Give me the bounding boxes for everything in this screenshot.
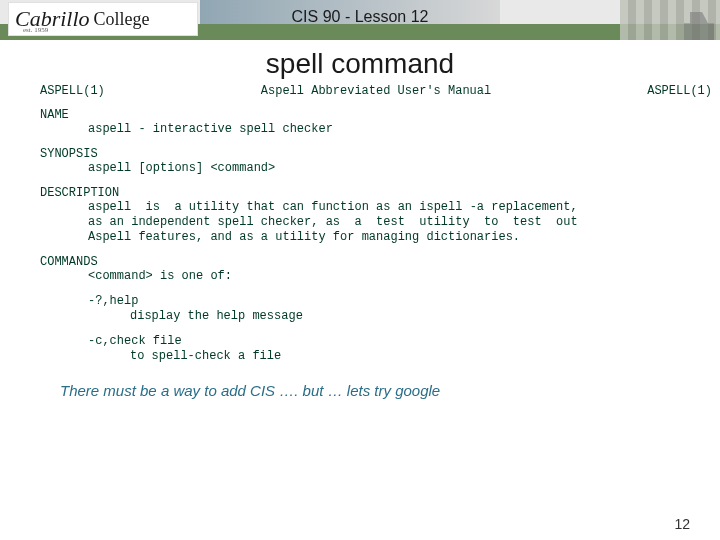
man-hdr-center: Aspell Abbreviated User's Manual — [261, 84, 491, 98]
manpage-header: ASPELL(1) Aspell Abbreviated User's Manu… — [40, 84, 712, 98]
commands-intro: <command> is one of: — [88, 269, 690, 284]
slide-title: spell command — [0, 48, 720, 80]
cmd-help-key: -?,help — [88, 294, 690, 309]
name-body: aspell - interactive spell checker — [88, 122, 690, 137]
instructor-note: There must be a way to add CIS …. but … … — [60, 382, 720, 399]
course-title: CIS 90 - Lesson 12 — [210, 8, 510, 26]
logo-plain-text: College — [94, 9, 150, 30]
cmd-help-val: display the help message — [130, 309, 690, 324]
banner: Cabrillo College est. 1959 CIS 90 - Less… — [0, 0, 720, 40]
name-heading: NAME — [40, 108, 720, 122]
logo-est-text: est. 1959 — [23, 26, 48, 34]
description-heading: DESCRIPTION — [40, 186, 720, 200]
commands-heading: COMMANDS — [40, 255, 720, 269]
cmd-check-key: -c,check file — [88, 334, 690, 349]
man-hdr-right: ASPELL(1) — [647, 84, 712, 98]
cmd-check-val: to spell-check a file — [130, 349, 690, 364]
description-line-3: Aspell features, and as a utility for ma… — [88, 230, 690, 245]
page-number: 12 — [674, 516, 690, 532]
description-line-2: as an independent spell checker, as a te… — [88, 215, 690, 230]
banner-photo — [620, 0, 720, 40]
synopsis-body: aspell [options] <command> — [88, 161, 690, 176]
synopsis-heading: SYNOPSIS — [40, 147, 720, 161]
man-hdr-left: ASPELL(1) — [40, 84, 105, 98]
college-logo: Cabrillo College est. 1959 — [8, 2, 198, 36]
description-line-1: aspell is a utility that can function as… — [88, 200, 690, 215]
